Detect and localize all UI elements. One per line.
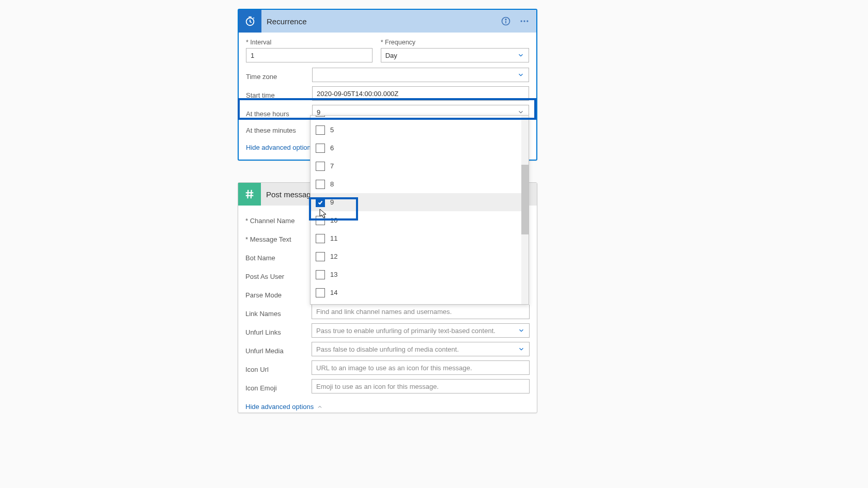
post-message-hide-advanced-link[interactable]: Hide advanced options	[245, 403, 323, 411]
chevron-down-icon	[517, 71, 524, 78]
hours-option-10[interactable]: 10	[311, 211, 529, 229]
hours-option-6[interactable]: 6	[311, 139, 529, 157]
checkbox[interactable]	[316, 288, 325, 297]
hours-option-12[interactable]: 12	[311, 247, 529, 265]
hours-option-4[interactable]: 4	[311, 116, 529, 121]
icon-emoji-label: Icon Emoji	[245, 381, 312, 392]
checkbox[interactable]	[316, 116, 325, 117]
recurrence-more-button[interactable]	[517, 13, 532, 29]
option-label: 9	[330, 198, 334, 206]
icon-url-label: Icon Url	[245, 363, 312, 373]
frequency-label: Frequency	[381, 39, 529, 46]
checkbox[interactable]	[316, 198, 325, 207]
interval-label: Interval	[246, 39, 373, 46]
hours-option-9[interactable]: 9	[311, 193, 529, 211]
checkbox[interactable]	[316, 216, 325, 225]
icon-emoji-input[interactable]: Emoji to use as an icon for this message…	[312, 379, 530, 393]
svg-point-4	[521, 20, 522, 22]
option-label: 14	[330, 289, 337, 296]
minutes-label: At these minutes	[246, 123, 312, 134]
link-names-label: Link Names	[245, 307, 312, 318]
link-names-input[interactable]: Find and link channel names and username…	[312, 305, 530, 319]
bot-name-label: Bot Name	[245, 251, 312, 262]
timezone-label: Time zone	[246, 70, 312, 81]
svg-line-10	[251, 190, 252, 199]
checkbox[interactable]	[316, 125, 325, 135]
recurrence-hide-advanced-link[interactable]: Hide advanced options	[246, 144, 314, 151]
parse-mode-label: Parse Mode	[245, 288, 312, 299]
svg-line-9	[247, 190, 248, 199]
svg-point-6	[526, 20, 528, 22]
hours-option-7[interactable]: 7	[311, 157, 529, 175]
unfurl-links-label: Unfurl Links	[245, 325, 312, 336]
icon-url-input[interactable]: URL to an image to use as an icon for th…	[312, 360, 530, 375]
chevron-down-icon	[518, 327, 525, 334]
checkbox[interactable]	[316, 144, 325, 153]
timezone-select[interactable]	[312, 68, 529, 82]
starttime-label: Start time	[246, 88, 312, 99]
svg-point-3	[505, 19, 506, 20]
hours-option-13[interactable]: 13	[311, 265, 529, 284]
checkbox[interactable]	[316, 234, 325, 243]
post-as-user-label: Post As User	[245, 270, 312, 280]
checkbox[interactable]	[316, 162, 325, 171]
message-text-label: Message Text	[245, 232, 312, 243]
hours-dropdown[interactable]: 4567891011121314	[310, 115, 529, 305]
hours-option-11[interactable]: 11	[311, 229, 529, 247]
unfurl-links-select[interactable]: Pass true to enable unfurling of primari…	[312, 323, 530, 338]
hours-option-5[interactable]: 5	[311, 121, 529, 139]
channel-name-label: Channel Name	[245, 214, 312, 225]
hours-option-8[interactable]: 8	[311, 175, 529, 193]
chevron-up-icon	[317, 404, 323, 410]
hours-option-14[interactable]: 14	[311, 284, 529, 302]
unfurl-media-select[interactable]: Pass false to disable unfurling of media…	[312, 342, 530, 356]
recurrence-info-button[interactable]	[498, 13, 514, 29]
dropdown-scrollbar-thumb[interactable]	[521, 165, 529, 234]
chevron-down-icon	[518, 345, 525, 353]
option-label: 8	[330, 180, 334, 188]
option-label: 11	[330, 234, 337, 242]
recurrence-header[interactable]: Recurrence	[239, 10, 536, 33]
hash-icon	[238, 183, 261, 206]
chevron-down-icon	[517, 52, 524, 59]
unfurl-media-label: Unfurl Media	[245, 344, 312, 355]
checkbox[interactable]	[316, 270, 325, 279]
option-label: 6	[330, 144, 334, 152]
svg-point-5	[523, 20, 525, 22]
option-label: 12	[330, 253, 337, 260]
chevron-down-icon	[517, 108, 524, 116]
option-label: 7	[330, 162, 334, 170]
option-label: 10	[330, 216, 337, 224]
recurrence-title: Recurrence	[261, 17, 498, 26]
starttime-input[interactable]: 2020-09-05T14:00:00.000Z	[312, 86, 529, 101]
option-label: 13	[330, 271, 337, 278]
clock-icon	[239, 10, 261, 33]
frequency-select[interactable]: Day	[381, 48, 529, 62]
checkbox[interactable]	[316, 252, 325, 261]
option-label: 5	[330, 126, 334, 134]
checkbox[interactable]	[316, 180, 325, 189]
interval-input[interactable]: 1	[246, 48, 373, 62]
hours-label: At these hours	[246, 107, 312, 118]
